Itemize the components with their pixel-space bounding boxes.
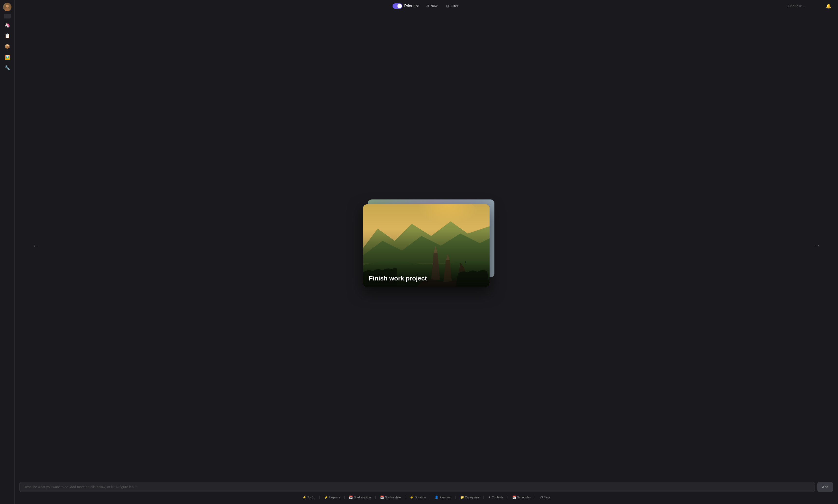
avatar[interactable] [3,3,12,11]
filter-label: Filter [451,4,458,8]
schedules-label: Schedules [517,496,531,499]
todo-icon: ⚡ [302,496,306,499]
personal-icon: 👤 [434,496,439,499]
categories-icon: 📁 [460,496,464,499]
toggle-switch[interactable] [392,3,402,9]
sidebar-item-notes[interactable]: 📋 [3,32,12,40]
right-arrow-icon: → [814,242,820,249]
next-card-button[interactable]: → [811,239,823,252]
sidebar-item-box[interactable]: 📦 [3,42,12,51]
start-anytime-icon: 📅 [349,496,353,499]
todo-label: To-Do [307,496,315,499]
header: Prioritize ⊙ Now ⊟ Filter 🔔 [15,0,838,12]
tags-label: Tags [544,496,550,499]
divider-6 [456,496,456,499]
no-due-date-label: No due date [385,496,401,499]
bottom-section: Add ⚡ To-Do ⚡ Urgency 📅 Start anytime [15,479,838,504]
categories-label: Categories [465,496,479,499]
duration-icon: ⚡ [410,496,414,499]
urgency-icon: ⚡ [324,496,328,499]
tags-icon: 🏷 [540,496,543,499]
sidebar-item-photo[interactable]: 🖼️ [3,53,12,61]
filter-icon: ⊟ [446,4,449,8]
now-label: Now [431,4,438,8]
task-description-input[interactable] [19,482,815,492]
meta-contexts[interactable]: ✦ Contexts [486,494,505,500]
add-button[interactable]: Add [817,482,833,492]
personal-label: Personal [440,496,451,499]
no-due-date-icon: 📅 [380,496,384,499]
sidebar-expand-button[interactable]: › [4,14,11,18]
find-task-input[interactable] [788,4,822,8]
prioritize-toggle[interactable]: Prioritize [392,3,419,9]
meta-duration[interactable]: ⚡ Duration [408,494,428,500]
add-button-label: Add [822,485,828,489]
task-card[interactable]: Finish work project [363,204,489,287]
card-title: Finish work project [369,275,427,282]
card-stack: Finish work project [363,204,489,287]
sidebar-item-unicorn[interactable]: 🦄 [3,21,12,29]
now-icon: ⊙ [426,4,429,8]
left-arrow-icon: ← [32,242,39,249]
contexts-icon: ✦ [488,496,491,499]
meta-personal[interactable]: 👤 Personal [433,494,453,500]
divider-8 [507,496,508,499]
meta-urgency[interactable]: ⚡ Urgency [322,494,342,500]
meta-todo[interactable]: ⚡ To-Do [301,494,317,500]
main-content: Prioritize ⊙ Now ⊟ Filter 🔔 ← [15,0,838,504]
schedules-icon: 📅 [512,496,516,499]
header-center: Prioritize ⊙ Now ⊟ Filter [392,3,460,9]
card-area: ← [15,12,838,479]
meta-categories[interactable]: 📁 Categories [458,494,481,500]
task-input-row: Add [19,482,833,492]
duration-label: Duration [415,496,426,499]
prev-card-button[interactable]: ← [29,239,42,252]
sidebar: › 🦄 📋 📦 🖼️ 🔧 [0,0,15,504]
now-button[interactable]: ⊙ Now [424,3,440,9]
urgency-label: Urgency [329,496,340,499]
meta-bar: ⚡ To-Do ⚡ Urgency 📅 Start anytime 📅 No d… [19,494,833,500]
meta-tags[interactable]: 🏷 Tags [538,494,552,500]
prioritize-label: Prioritize [404,4,419,8]
header-right: 🔔 [788,2,832,10]
notification-bell-button[interactable]: 🔔 [825,2,832,10]
meta-schedules[interactable]: 📅 Schedules [510,494,533,500]
meta-start-anytime[interactable]: 📅 Start anytime [347,494,373,500]
divider-3 [375,496,376,499]
divider-9 [535,496,535,499]
svg-point-1 [6,5,9,7]
filter-button[interactable]: ⊟ Filter [444,3,460,9]
meta-no-due-date[interactable]: 📅 No due date [378,494,403,500]
start-anytime-label: Start anytime [354,496,371,499]
contexts-label: Contexts [492,496,503,499]
sidebar-item-tools[interactable]: 🔧 [3,64,12,72]
divider-7 [483,496,484,499]
